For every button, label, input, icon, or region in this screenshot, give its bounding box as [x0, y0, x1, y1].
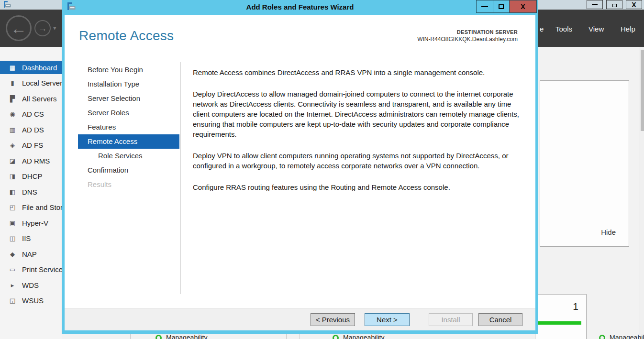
sidebar-item-iis[interactable]: ◫ IIS: [0, 232, 62, 245]
maximize-icon: [499, 4, 504, 9]
forward-button[interactable]: →: [34, 20, 51, 36]
server-manager-app-icon: [4, 1, 11, 8]
sidebar-item-label: Hyper-V: [22, 219, 48, 227]
description-paragraph: Configure RRAS routing features using th…: [193, 182, 524, 192]
sidebar-item-label: Dashboard: [22, 64, 57, 72]
vertical-scrollbar[interactable]: [640, 47, 644, 339]
close-icon: X: [521, 3, 525, 10]
minimize-icon: [592, 4, 598, 5]
manageability-label: Manageability: [166, 334, 207, 339]
menu-manage-partial[interactable]: e: [540, 25, 544, 33]
wizard-header: Remote Access DESTINATION SERVER WIN-R44…: [65, 15, 535, 55]
window-controls: X: [587, 0, 642, 9]
status-ok-icon: [599, 335, 605, 339]
back-arrow-icon: ←: [11, 20, 27, 36]
divider: [180, 62, 181, 294]
dhcp-icon: ◨: [8, 173, 17, 180]
description-paragraph: Deploy VPN to allow client computers run…: [193, 151, 524, 171]
print-services-icon: ▭: [8, 266, 17, 273]
wizard-content: Before You Begin Installation Type Serve…: [65, 55, 535, 308]
sidebar-item-dhcp[interactable]: ◨ DHCP: [0, 170, 62, 183]
description-paragraph: Deploy DirectAccess to allow managed dom…: [193, 89, 524, 139]
menu-help[interactable]: Help: [621, 25, 635, 33]
tile-border: [300, 333, 300, 339]
details-pane: Hide: [540, 80, 629, 247]
events-tile: 1: [535, 294, 587, 339]
next-button[interactable]: Next >: [365, 313, 410, 326]
ad-ds-icon: ▥: [8, 126, 17, 133]
wizard-step-nav: Before You Begin Installation Type Serve…: [78, 63, 179, 192]
hide-link[interactable]: Hide: [601, 228, 616, 236]
wizard-body: Remote Access DESTINATION SERVER WIN-R44…: [65, 15, 535, 330]
page-title: Remote Access: [79, 28, 174, 44]
tile-border: [130, 333, 131, 339]
sidebar-item-ad-cs[interactable]: ◉ AD CS: [0, 108, 62, 121]
sidebar-item-ad-rms[interactable]: ◪ AD RMS: [0, 154, 62, 167]
ad-fs-icon: ◈: [8, 142, 17, 149]
sidebar-item-dashboard[interactable]: ▦ Dashboard: [0, 61, 62, 74]
destination-server-label: DESTINATION SERVER: [417, 29, 518, 35]
sidebar-item-label: IIS: [22, 234, 31, 242]
scrollbar-thumb[interactable]: [641, 50, 644, 131]
wizard-window-controls: X: [477, 0, 537, 13]
nav-item-before-you-begin[interactable]: Before You Begin: [78, 63, 179, 77]
events-count: 1: [573, 301, 578, 312]
nav-item-installation-type[interactable]: Installation Type: [78, 77, 179, 91]
back-button[interactable]: ←: [6, 15, 32, 41]
nav-item-server-roles[interactable]: Server Roles: [78, 106, 179, 120]
manageability-row[interactable]: Manageability: [155, 334, 207, 339]
chevron-down-icon[interactable]: ▾: [53, 24, 56, 32]
sidebar-item-hyper-v[interactable]: ▣ Hyper-V: [0, 216, 62, 230]
sidebar-item-nap[interactable]: ◆ NAP: [0, 247, 62, 261]
nav-item-features[interactable]: Features: [78, 120, 179, 134]
manageability-row[interactable]: Manageability: [599, 334, 644, 339]
sm-restore-button[interactable]: [606, 0, 622, 9]
description-paragraph: Remote Access combines DirectAccess and …: [193, 67, 524, 77]
sm-minimize-button[interactable]: [587, 0, 603, 9]
wizard-maximize-button[interactable]: [493, 0, 510, 13]
sidebar-item-file-storage[interactable]: ◰ File and Storage Services: [0, 201, 62, 214]
sidebar-item-label: NAP: [22, 250, 37, 258]
sidebar-item-label: WSUS: [22, 296, 44, 305]
sidebar-item-print-services[interactable]: ▭ Print Services: [0, 263, 62, 276]
sidebar-item-all-servers[interactable]: ▛ All Servers: [0, 92, 62, 105]
minimize-icon: [481, 6, 488, 7]
sidebar-item-label: DNS: [22, 188, 37, 196]
local-server-icon: ▮: [8, 79, 17, 87]
wizard-close-button[interactable]: X: [509, 0, 537, 13]
server-manager-sidebar: ▦ Dashboard ▮ Local Server ▛ All Servers…: [0, 47, 62, 339]
manageability-row[interactable]: Manageability: [333, 334, 384, 339]
sidebar-item-label: AD FS: [22, 141, 43, 149]
status-ok-icon: [333, 335, 339, 339]
sidebar-item-label: AD RMS: [22, 157, 50, 165]
wizard-titlebar[interactable]: Add Roles and Features Wizard X: [62, 0, 538, 15]
nav-item-confirmation[interactable]: Confirmation: [78, 163, 179, 177]
menu-tools[interactable]: Tools: [555, 25, 572, 33]
sidebar-item-dns[interactable]: ◧ DNS: [0, 185, 62, 198]
nav-item-remote-access[interactable]: Remote Access: [78, 134, 179, 149]
sidebar-item-ad-fs[interactable]: ◈ AD FS: [0, 139, 62, 152]
sidebar-item-label: Local Server: [22, 79, 62, 87]
sidebar-item-wsus[interactable]: ◲ WSUS: [0, 294, 62, 307]
dashboard-icon: ▦: [8, 64, 17, 71]
sidebar-item-label: AD CS: [22, 110, 44, 118]
forward-arrow-icon: →: [38, 24, 47, 33]
wizard-minimize-button[interactable]: [476, 0, 493, 13]
destination-server-block: DESTINATION SERVER WIN-R44O8GIKKQK.DeanL…: [417, 29, 518, 43]
tile-border: [286, 333, 287, 339]
sidebar-item-wds[interactable]: ▸ WDS: [0, 278, 62, 292]
nav-item-server-selection[interactable]: Server Selection: [78, 91, 179, 106]
nap-icon: ◆: [8, 251, 17, 258]
sidebar-item-ad-ds[interactable]: ▥ AD DS: [0, 123, 62, 136]
nav-item-role-services[interactable]: Role Services: [78, 149, 179, 163]
menu-view[interactable]: View: [588, 25, 604, 33]
previous-button[interactable]: < Previous: [311, 313, 355, 326]
description-text: Remote Access combines DirectAccess and …: [193, 67, 524, 204]
sm-close-button[interactable]: X: [626, 0, 642, 9]
manageability-label: Manageability: [343, 334, 384, 339]
sidebar-item-label: DHCP: [22, 172, 43, 180]
install-button[interactable]: Install: [429, 313, 473, 326]
cancel-button[interactable]: Cancel: [478, 313, 522, 326]
sidebar-item-local-server[interactable]: ▮ Local Server: [0, 77, 62, 90]
restore-icon: [612, 4, 617, 7]
